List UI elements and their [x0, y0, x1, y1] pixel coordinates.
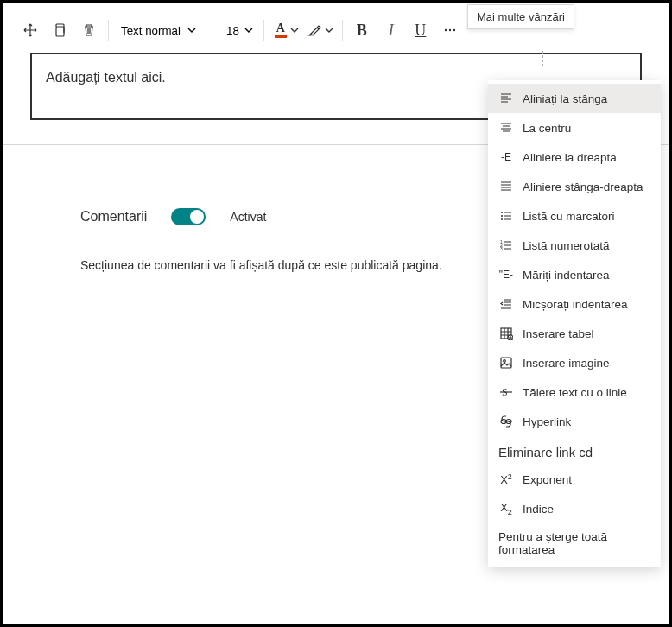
dd-item-label: Micșorați indentarea	[523, 298, 628, 311]
dd-item-label: Listă cu marcatori	[523, 210, 615, 223]
dd-item-label: Tăiere text cu o linie	[523, 386, 627, 399]
cursor-marker	[542, 51, 543, 66]
font-size-select[interactable]: 18	[219, 16, 258, 44]
dd-item-label: Aliniere la dreapta	[523, 151, 617, 164]
align-right-text-icon: -E	[498, 149, 514, 165]
dd-item-numbers[interactable]: 123Listă numerotată	[488, 231, 661, 260]
duplicate-button[interactable]	[46, 16, 73, 44]
highlighter-icon	[307, 22, 323, 38]
dd-item-table[interactable]: Inserare tabel	[488, 319, 661, 348]
strike-icon: S	[498, 384, 514, 400]
align-justify-icon	[498, 179, 514, 194]
dd-item-link[interactable]: Hyperlink	[488, 407, 661, 436]
dd-clear-formatting[interactable]: Pentru a șterge toată formatarea	[488, 523, 661, 563]
italic-button[interactable]: I	[377, 16, 405, 44]
copy-icon	[53, 23, 67, 37]
italic-icon: I	[389, 22, 394, 40]
dd-item-align-right[interactable]: -EAliniere la dreapta	[488, 142, 661, 172]
dd-item-label: Inserare tabel	[523, 327, 594, 340]
svg-point-13	[504, 360, 506, 363]
svg-point-5	[501, 215, 503, 217]
font-color-button[interactable]: A	[269, 16, 302, 44]
trash-icon	[82, 23, 96, 37]
text-style-value: Text normal	[121, 24, 181, 37]
svg-point-3	[453, 29, 455, 31]
more-options-button[interactable]	[436, 16, 464, 44]
image-icon	[498, 355, 514, 370]
bold-button[interactable]: B	[348, 16, 376, 44]
dd-item-bullets[interactable]: Listă cu marcatori	[488, 201, 661, 231]
bullets-icon	[498, 208, 514, 224]
svg-point-6	[501, 218, 503, 220]
dd-item-strike[interactable]: STăiere text cu o linie	[488, 377, 661, 407]
underline-button[interactable]: U	[407, 16, 434, 44]
ellipsis-icon	[443, 23, 457, 37]
sub-icon: X2	[498, 501, 514, 516]
editor-placeholder: Adăugați textul aici.	[46, 70, 166, 85]
chevron-down-icon	[325, 26, 333, 35]
chevron-down-icon	[187, 26, 196, 35]
svg-point-1	[445, 29, 447, 31]
comments-title: Comentarii	[80, 209, 147, 225]
dd-item-label: Exponent	[523, 473, 572, 486]
align-left-icon	[498, 91, 514, 106]
dd-item-label: Hyperlink	[523, 415, 571, 428]
bold-icon: B	[357, 22, 367, 40]
dd-item-indent-inc[interactable]: "E-Măriți indentarea	[488, 260, 661, 289]
underline-icon: U	[415, 22, 426, 40]
dd-item-label: Măriți indentarea	[523, 269, 610, 282]
comments-toggle[interactable]	[171, 208, 206, 225]
dd-item-label: Aliniați la stânga	[523, 92, 607, 105]
dd-item-align-left[interactable]: Aliniați la stânga	[488, 84, 661, 113]
dd-item-indent-dec[interactable]: Micșorați indentarea	[488, 289, 661, 319]
sup-icon: X2	[498, 472, 514, 487]
dd-item-image[interactable]: Inserare imagine	[488, 348, 661, 377]
dd-item-align-justify[interactable]: Aliniere stânga-dreapta	[488, 172, 661, 201]
svg-rect-12	[501, 358, 511, 368]
svg-rect-0	[56, 27, 64, 36]
table-icon	[498, 326, 514, 341]
dd-item-label: Aliniere stânga-dreapta	[523, 180, 643, 193]
dd-remove-link[interactable]: Eliminare link cd	[488, 436, 661, 465]
dd-item-sub[interactable]: X2Indice	[488, 494, 661, 523]
font-size-value: 18	[226, 24, 239, 37]
font-color-icon: A	[273, 22, 288, 38]
move-button[interactable]	[16, 16, 44, 44]
highlight-button[interactable]	[304, 16, 337, 44]
dd-item-label: Pentru a șterge toată formatarea	[498, 530, 650, 556]
link-icon	[498, 414, 514, 429]
dd-item-label: Inserare imagine	[523, 357, 610, 370]
dd-item-label: La centru	[523, 122, 571, 135]
more-options-dropdown: Aliniați la stângaLa centru-EAliniere la…	[488, 80, 661, 567]
move-icon	[23, 23, 37, 37]
text-style-select[interactable]: Text normal	[114, 16, 218, 44]
dd-item-align-center[interactable]: La centru	[488, 113, 661, 142]
dd-item-sup[interactable]: X2Exponent	[488, 465, 661, 494]
chevron-down-icon	[290, 26, 299, 35]
more-options-tooltip: Mai multe vânzări	[467, 4, 574, 29]
dd-item-label: Indice	[523, 503, 554, 516]
dd-item-label: Listă numerotată	[523, 239, 610, 252]
indent-dec-icon	[498, 296, 514, 312]
numbers-icon: 123	[498, 238, 514, 253]
delete-button[interactable]	[75, 16, 103, 44]
indent-inc-text-icon: "E-	[498, 267, 514, 282]
svg-text:3: 3	[500, 246, 503, 251]
comments-toggle-label: Activat	[230, 210, 266, 224]
svg-point-4	[501, 212, 503, 213]
chevron-down-icon	[244, 26, 253, 35]
svg-point-2	[449, 29, 451, 31]
align-center-icon	[498, 120, 514, 136]
